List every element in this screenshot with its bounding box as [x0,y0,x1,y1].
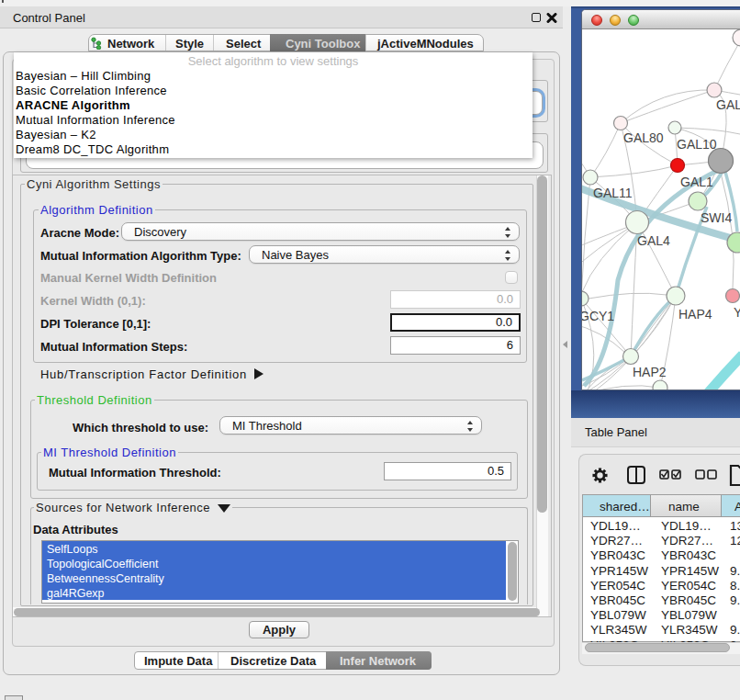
svg-text:GCY1: GCY1 [582,309,614,323]
svg-text:GAL10: GAL10 [677,137,717,152]
svg-text:HAP4: HAP4 [678,307,712,322]
svg-text:GAL4: GAL4 [637,233,670,248]
svg-text:HAP2: HAP2 [633,365,667,379]
svg-text:Y: Y [734,305,740,320]
svg-text:GAL80: GAL80 [623,130,664,145]
svg-text:GAL11: GAL11 [593,186,633,200]
svg-text:GAL7: GAL7 [716,97,740,112]
svg-text:SWI4: SWI4 [701,210,732,225]
svg-text:GAL1: GAL1 [680,175,713,189]
